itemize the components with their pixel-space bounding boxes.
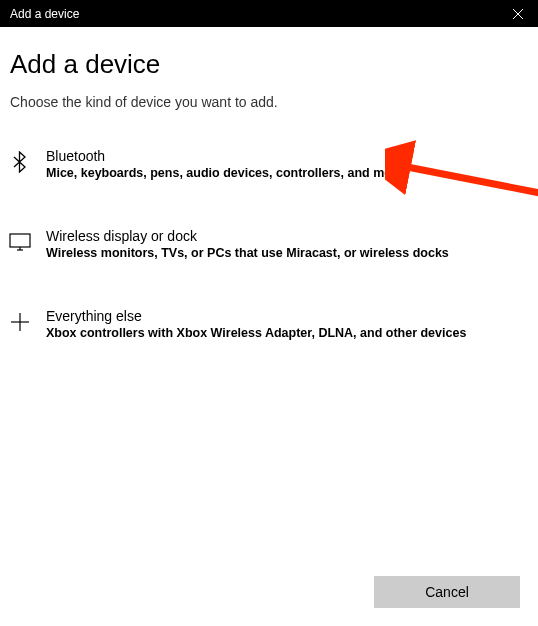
footer: Cancel bbox=[374, 576, 520, 608]
page-subheading: Choose the kind of device you want to ad… bbox=[10, 94, 528, 110]
cancel-button[interactable]: Cancel bbox=[374, 576, 520, 608]
close-icon bbox=[513, 9, 523, 19]
content-area: Add a device Choose the kind of device y… bbox=[0, 27, 538, 376]
option-text: Wireless display or dock Wireless monito… bbox=[46, 228, 449, 260]
bluetooth-icon bbox=[8, 150, 32, 174]
device-option-list: Bluetooth Mice, keyboards, pens, audio d… bbox=[10, 136, 528, 376]
option-title: Everything else bbox=[46, 308, 466, 324]
close-button[interactable] bbox=[506, 2, 530, 26]
option-wireless-display[interactable]: Wireless display or dock Wireless monito… bbox=[10, 216, 528, 272]
option-desc: Wireless monitors, TVs, or PCs that use … bbox=[46, 246, 449, 260]
option-text: Everything else Xbox controllers with Xb… bbox=[46, 308, 466, 340]
option-title: Bluetooth bbox=[46, 148, 404, 164]
titlebar: Add a device bbox=[0, 0, 538, 27]
page-heading: Add a device bbox=[10, 49, 528, 80]
display-icon bbox=[8, 230, 32, 254]
option-desc: Mice, keyboards, pens, audio devices, co… bbox=[46, 166, 404, 180]
plus-icon bbox=[8, 310, 32, 334]
titlebar-title: Add a device bbox=[10, 7, 79, 21]
option-text: Bluetooth Mice, keyboards, pens, audio d… bbox=[46, 148, 404, 180]
option-bluetooth[interactable]: Bluetooth Mice, keyboards, pens, audio d… bbox=[10, 136, 528, 192]
option-title: Wireless display or dock bbox=[46, 228, 449, 244]
svg-rect-2 bbox=[10, 234, 30, 247]
option-desc: Xbox controllers with Xbox Wireless Adap… bbox=[46, 326, 466, 340]
option-everything-else[interactable]: Everything else Xbox controllers with Xb… bbox=[10, 296, 528, 352]
